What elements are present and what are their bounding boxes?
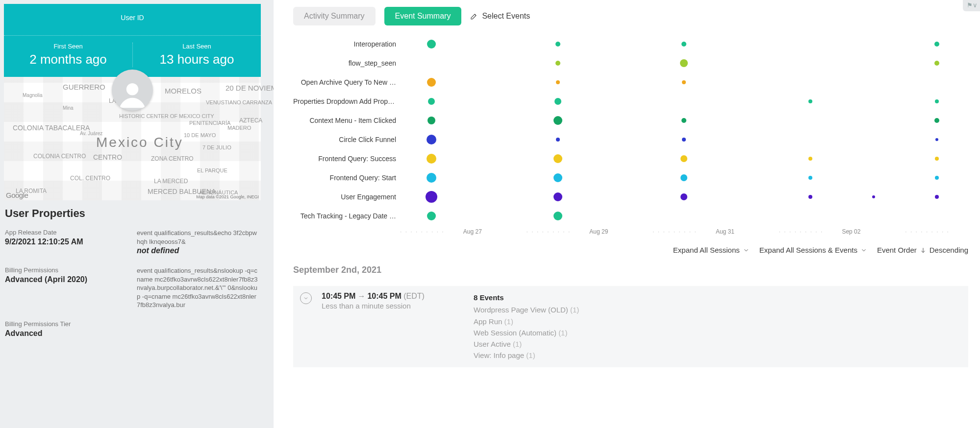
chart-dot[interactable] — [808, 99, 812, 103]
axis-tick: Aug 27 — [463, 228, 527, 235]
map-label: EL PARQUE — [197, 167, 227, 173]
chart-row — [400, 74, 968, 90]
chart-dot[interactable] — [427, 154, 436, 164]
chart-dot[interactable] — [935, 138, 938, 141]
chart-row-label: User Engagement — [293, 193, 400, 201]
chart-dot[interactable] — [680, 59, 688, 67]
property-label: Billing Permissions — [5, 266, 128, 274]
map-label: MADERO — [227, 125, 251, 131]
chart-dot[interactable] — [935, 157, 939, 161]
select-events-button[interactable]: Select Events — [470, 12, 530, 21]
map-label: Av. Juárez — [80, 131, 102, 136]
chevron-down-icon — [860, 247, 867, 254]
property-label: Billing Permissions Tier — [5, 320, 128, 328]
chart-dot[interactable] — [680, 155, 687, 162]
session-events-count: 8 Events — [474, 292, 958, 303]
axis-tick — [779, 228, 842, 235]
session-event-item[interactable]: User Active (1) — [474, 338, 958, 350]
tab-event-summary[interactable]: Event Summary — [384, 7, 462, 25]
axis-tick: Aug 29 — [589, 228, 653, 235]
expand-all-sessions[interactable]: Expand All Sessions — [673, 246, 750, 254]
chart-dot[interactable] — [427, 212, 436, 220]
map-label: LA ROMITA — [16, 188, 47, 194]
event-order[interactable]: Event Order Descending — [877, 246, 968, 254]
axis-tick — [400, 228, 463, 235]
chart-dot[interactable] — [553, 212, 562, 220]
chart-row — [400, 170, 968, 186]
chart-dot[interactable] — [935, 176, 939, 180]
chart-dot[interactable] — [556, 80, 560, 84]
chart-dot[interactable] — [808, 176, 812, 180]
chart-dot[interactable] — [872, 195, 875, 198]
chart-dot[interactable] — [555, 61, 560, 66]
hero-header: User ID First Seen 2 months ago Last See… — [4, 4, 261, 77]
chart-dot[interactable] — [428, 98, 435, 105]
chart-dot[interactable] — [681, 42, 686, 47]
chart-dot[interactable] — [556, 138, 560, 142]
chart-row — [400, 113, 968, 128]
chart-dot[interactable] — [681, 118, 686, 123]
chart-dot[interactable] — [682, 138, 686, 142]
chart-dot[interactable] — [934, 42, 939, 47]
chart-dot[interactable] — [680, 174, 687, 181]
chart-dot[interactable] — [427, 173, 436, 183]
map-label: Magnolia — [23, 93, 43, 98]
chevron-down-icon — [303, 295, 309, 301]
map-label: 7 DE JULIO — [202, 144, 231, 150]
first-seen-value: 2 months ago — [4, 52, 132, 67]
axis-tick — [653, 228, 716, 235]
property-cell: event qualifications_results&nslookup -q… — [137, 266, 260, 309]
map-label: AZTECA — [239, 117, 262, 124]
session-event-item[interactable]: View: Info page (1) — [474, 350, 958, 361]
chart-axis: Aug 27Aug 29Aug 31Sep 02 — [400, 228, 968, 235]
property-value: Advanced — [5, 329, 128, 338]
session-event-item[interactable]: App Run (1) — [474, 316, 958, 327]
property-value: 9/2/2021 12:10:25 AM — [5, 237, 128, 247]
chart-dot[interactable] — [427, 78, 436, 87]
chart-dot[interactable] — [553, 116, 562, 125]
chart-dot[interactable] — [427, 117, 435, 124]
chart-dot[interactable] — [427, 135, 436, 144]
map-label: COL. CENTRO — [70, 175, 110, 182]
chart-dot[interactable] — [935, 99, 939, 103]
left-panel: User ID First Seen 2 months ago Last See… — [0, 0, 265, 428]
chart-row-label: Circle Click Funnel — [293, 136, 400, 143]
chart-dot[interactable] — [553, 173, 562, 182]
arrow-down-icon — [920, 247, 927, 254]
chart-dot[interactable] — [553, 192, 562, 201]
session-date-header: September 2nd, 2021 — [293, 265, 968, 275]
session-event-item[interactable]: Wordpress Page View (OLD) (1) — [474, 304, 958, 315]
window-flag-chip[interactable]: ⚑∨ — [963, 0, 980, 11]
session-expand-toggle[interactable] — [300, 292, 312, 304]
chart-dot[interactable] — [680, 193, 687, 200]
map-label: VENUSTIANO CARRANZA — [206, 99, 272, 105]
map-label: MORELOS — [165, 87, 201, 95]
svg-point-0 — [126, 83, 139, 95]
chart-dot[interactable] — [808, 195, 812, 199]
axis-tick: Aug 31 — [716, 228, 779, 235]
axis-tick — [905, 228, 968, 235]
chart-dot[interactable] — [682, 80, 686, 84]
chart-dot[interactable] — [935, 195, 939, 199]
expand-all-sessions-events[interactable]: Expand All Sessions & Events — [759, 246, 867, 254]
chart-row-label: Open Archive Query To New … — [293, 78, 400, 86]
chart-dot[interactable] — [426, 191, 437, 203]
chart-dot[interactable] — [427, 40, 436, 48]
right-panel: ⚑∨ Activity Summary Event Summary Select… — [274, 0, 980, 428]
user-hero: User ID First Seen 2 months ago Last See… — [4, 4, 261, 200]
property-cell: App Release Date9/2/2021 12:10:25 AM — [5, 229, 128, 256]
chart-dot[interactable] — [555, 42, 560, 47]
tabs: Activity Summary Event Summary Select Ev… — [293, 7, 968, 25]
session-event-item[interactable]: Web Session (Automatic) (1) — [474, 327, 958, 338]
chart-dot[interactable] — [934, 61, 939, 66]
chart-row — [400, 94, 968, 109]
last-seen-value: 13 hours ago — [133, 52, 261, 67]
chart-dot[interactable] — [808, 157, 812, 161]
tab-activity-summary[interactable]: Activity Summary — [293, 7, 376, 25]
chart-dot[interactable] — [934, 118, 939, 123]
map-label: ZONA CENTRO — [151, 155, 194, 162]
chart-row-label: Interoperation — [293, 40, 400, 48]
chart-dot[interactable] — [553, 154, 562, 163]
chart-dot[interactable] — [554, 98, 561, 105]
property-cell: event qualifications_results&echo 3f2cbp… — [137, 229, 260, 256]
